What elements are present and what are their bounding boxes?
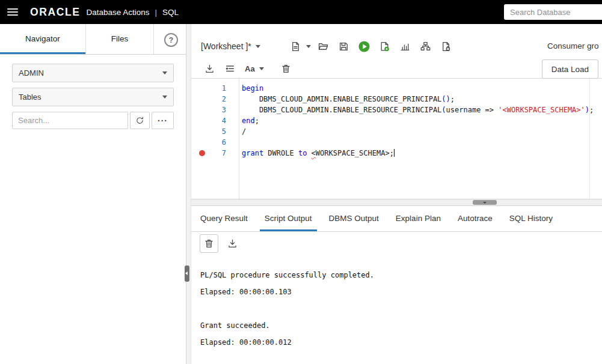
open-file-button[interactable] bbox=[316, 38, 331, 54]
splitter-handle[interactable] bbox=[473, 200, 497, 205]
worksheet-area: [Worksheet ]* bbox=[191, 24, 602, 364]
output-tab-query-result[interactable]: Query Result bbox=[200, 206, 248, 231]
run-statement-button[interactable] bbox=[357, 38, 372, 54]
download-output-button[interactable] bbox=[224, 235, 240, 251]
app-title: Database Actions bbox=[87, 8, 150, 17]
object-type-select[interactable]: Tables bbox=[12, 88, 174, 106]
download-icon bbox=[204, 64, 215, 74]
clear-worksheet-button[interactable] bbox=[278, 61, 294, 76]
line-number: 7 bbox=[191, 148, 239, 159]
chevron-down-icon[interactable] bbox=[256, 45, 260, 48]
breakpoint-dot[interactable] bbox=[199, 150, 205, 156]
editor-line[interactable]: 6 bbox=[191, 137, 602, 148]
download-icon bbox=[227, 238, 238, 249]
worksheet-toolbar-icons bbox=[288, 38, 454, 54]
sidebar-collapse-handle[interactable] bbox=[185, 265, 189, 282]
sidebar-tab-files[interactable]: Files bbox=[86, 24, 155, 54]
line-number: 4 bbox=[191, 115, 239, 126]
editor-line[interactable]: 4end; bbox=[191, 115, 602, 126]
download-button[interactable] bbox=[201, 61, 217, 76]
save-button[interactable] bbox=[336, 38, 352, 54]
editor-line[interactable]: 7grant DWROLE to <WORKSPACE_SCHEMA>; bbox=[191, 148, 602, 159]
editor-line[interactable]: 1begin bbox=[191, 83, 602, 94]
text-case-button[interactable]: Aa bbox=[242, 64, 266, 73]
oracle-logo: ORACLE bbox=[30, 6, 81, 19]
editor-line[interactable]: 2 DBMS_CLOUD_ADMIN.ENABLE_RESOURCE_PRINC… bbox=[191, 94, 602, 105]
open-file-icon bbox=[318, 41, 328, 52]
run-script-icon bbox=[379, 41, 390, 52]
schema-select-value: ADMIN bbox=[19, 68, 44, 77]
output-tab-dbms-output[interactable]: DBMS Output bbox=[329, 206, 379, 231]
object-type-select-value: Tables bbox=[19, 93, 41, 102]
output-line bbox=[200, 300, 602, 317]
format-button[interactable] bbox=[222, 61, 238, 76]
autotrace-button[interactable] bbox=[398, 38, 413, 54]
line-number: 1 bbox=[191, 83, 239, 94]
search-database-box bbox=[504, 4, 602, 20]
trash-icon bbox=[204, 238, 214, 249]
navigator-panel: NavigatorFiles ? ADMIN Tables ··· bbox=[0, 24, 186, 364]
output-line: Elapsed: 00:00:00.103 bbox=[200, 284, 602, 300]
chevron-down-icon bbox=[162, 96, 167, 99]
output-tab-autotrace[interactable]: Autotrace bbox=[458, 206, 493, 231]
code-editor[interactable]: 1begin2 DBMS_CLOUD_ADMIN.ENABLE_RESOURCE… bbox=[191, 79, 602, 199]
line-number: 6 bbox=[191, 137, 239, 148]
editor-output-splitter[interactable] bbox=[191, 199, 602, 206]
data-load-button[interactable]: Data Load bbox=[542, 59, 598, 79]
output-tab-explain-plan[interactable]: Explain Plan bbox=[396, 206, 441, 231]
title-separator: | bbox=[155, 8, 158, 17]
explain-plan-icon bbox=[420, 41, 431, 52]
editor-line[interactable]: 3 DBMS_CLOUD_ADMIN.ENABLE_RESOURCE_PRINC… bbox=[191, 105, 602, 115]
consumer-group-label[interactable]: Consumer gro bbox=[547, 41, 599, 50]
editor-toolbar: Aa Data Load bbox=[191, 59, 602, 79]
new-file-button[interactable] bbox=[288, 38, 304, 54]
sidebar-search-row: ··· bbox=[12, 112, 174, 129]
output-tab-sql-history[interactable]: SQL History bbox=[509, 206, 553, 231]
search-database-input[interactable] bbox=[504, 4, 602, 20]
line-number: 2 bbox=[191, 94, 239, 105]
hamburger-menu-icon[interactable] bbox=[7, 8, 18, 16]
sidebar-tab-bar: NavigatorFiles ? bbox=[0, 24, 186, 55]
editor-scrollbar[interactable] bbox=[589, 79, 590, 199]
help-icon[interactable]: ? bbox=[164, 33, 178, 47]
run-script-button[interactable] bbox=[377, 38, 393, 54]
sidebar-tab-navigator[interactable]: Navigator bbox=[0, 24, 86, 54]
output-tab-bar: Query ResultScript OutputDBMS OutputExpl… bbox=[191, 206, 602, 232]
chevron-down-icon bbox=[259, 67, 264, 70]
document-lock-icon bbox=[441, 41, 451, 52]
new-file-icon bbox=[290, 41, 301, 52]
module-label: SQL bbox=[162, 8, 179, 17]
autotrace-icon bbox=[400, 41, 410, 52]
format-icon bbox=[225, 64, 235, 74]
chevron-down-icon bbox=[162, 71, 167, 74]
save-icon bbox=[339, 41, 349, 52]
object-search-input[interactable] bbox=[12, 112, 128, 129]
text-case-label: Aa bbox=[245, 64, 255, 73]
output-tab-script-output[interactable]: Script Output bbox=[265, 206, 312, 231]
explain-plan-button[interactable] bbox=[418, 38, 434, 54]
run-statement-icon bbox=[358, 41, 370, 52]
clear-output-button[interactable] bbox=[200, 234, 218, 253]
line-number: 3 bbox=[191, 105, 239, 115]
output-line: Elapsed: 00:00:00.012 bbox=[200, 334, 602, 351]
text-cursor bbox=[394, 149, 395, 157]
editor-line[interactable]: 5/ bbox=[191, 126, 602, 137]
worksheet-selector[interactable]: [Worksheet ]* bbox=[201, 41, 251, 51]
top-bar: ORACLE Database Actions | SQL bbox=[0, 0, 602, 24]
line-number: 5 bbox=[191, 126, 239, 137]
schema-select[interactable]: ADMIN bbox=[12, 64, 174, 82]
chevron-down-icon[interactable] bbox=[306, 45, 311, 48]
sidebar-body: ADMIN Tables ··· bbox=[0, 55, 186, 138]
trash-icon bbox=[281, 64, 291, 74]
private-worksheet-button[interactable] bbox=[438, 38, 454, 54]
script-output-content: PL/SQL procedure successfully completed.… bbox=[191, 255, 602, 351]
output-toolbar bbox=[191, 232, 602, 255]
refresh-button[interactable] bbox=[130, 112, 150, 129]
output-line: PL/SQL procedure successfully completed. bbox=[200, 267, 602, 284]
more-options-button[interactable]: ··· bbox=[152, 112, 174, 129]
output-line: Grant succeeded. bbox=[200, 317, 602, 334]
worksheet-toolbar: [Worksheet ]* bbox=[191, 24, 602, 59]
refresh-icon bbox=[135, 116, 144, 125]
panel-splitter[interactable] bbox=[186, 24, 191, 364]
